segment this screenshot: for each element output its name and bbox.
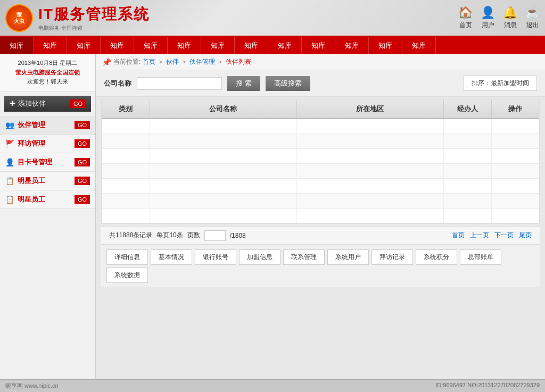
advanced-search-button[interactable]: 高级搜索 [266, 76, 310, 91]
system-subtitle: 电脑服务 全国连锁 [38, 24, 150, 32]
tab-basic[interactable]: 基本情况 [151, 249, 192, 265]
table-row [102, 148, 539, 163]
top-nav-item-12[interactable]: 知库 [402, 37, 436, 54]
partner-go-btn[interactable]: GO [75, 121, 90, 129]
sidebar-item-visit-mgmt[interactable]: 🚩 拜访管理 GO [0, 135, 95, 153]
breadcrumb-home[interactable]: 首页 [143, 57, 155, 66]
partner-icon: 👥 [5, 121, 14, 129]
card-go-btn[interactable]: GO [75, 158, 90, 166]
top-nav-item-2[interactable]: 知库 [67, 37, 101, 54]
page-input[interactable] [204, 230, 226, 241]
page-prev[interactable]: 上一页 [470, 231, 489, 240]
date-line: 2013年10月8日 星期二 [5, 59, 90, 68]
welcome-line: 欢迎您！郭天来 [5, 77, 90, 87]
sidebar-item-partner-mgmt[interactable]: 👥 伙伴管理 GO [0, 116, 95, 135]
total-pages: /1808 [230, 232, 246, 239]
main-layout: 2013年10月8日 星期二 萤火虫电脑服务全国连锁 欢迎您！郭天来 ✚ 添加伙… [0, 54, 545, 392]
top-nav-item-7[interactable]: 知库 [235, 37, 268, 54]
card-icon: 👤 [5, 158, 14, 166]
page-label: 页数 [187, 231, 200, 240]
partner-table: 类别 公司名称 所在地区 经办人 操作 [102, 100, 539, 223]
tab-detail[interactable]: 详细信息 [106, 249, 148, 265]
logout-icon: ☕ [525, 6, 540, 20]
search-button[interactable]: 搜 索 [227, 76, 260, 91]
top-nav-item-10[interactable]: 知库 [335, 37, 369, 54]
table-row [102, 193, 539, 208]
system-title-area: IT服务管理系统 电脑服务 全国连锁 [38, 4, 150, 32]
col-category: 类别 [102, 100, 150, 119]
tab-score[interactable]: 系统积分 [416, 249, 457, 265]
tab-contact[interactable]: 联系管理 [283, 249, 325, 265]
breadcrumb-partner[interactable]: 伙伴 [166, 57, 179, 66]
logo-icon: 萤火虫 [5, 4, 33, 32]
star2-go-btn[interactable]: GO [75, 195, 90, 204]
sidebar-date: 2013年10月8日 星期二 萤火虫电脑服务全国连锁 欢迎您！郭天来 [0, 54, 95, 91]
top-nav-item-5[interactable]: 知库 [168, 37, 201, 54]
star-employee-2-label: 明星员工 [18, 195, 45, 204]
star1-go-btn[interactable]: GO [75, 177, 90, 185]
visit-mgmt-label: 拜访管理 [18, 139, 45, 148]
header: 萤火虫 IT服务管理系统 电脑服务 全国连锁 🏠 首页 👤 用户 🔔 消息 ☕ … [0, 0, 545, 37]
page-next[interactable]: 下一页 [494, 231, 514, 240]
tab-join[interactable]: 加盟信息 [239, 249, 280, 265]
top-nav-item-9[interactable]: 知库 [302, 37, 335, 54]
top-nav-item-1[interactable]: 知库 [34, 37, 67, 54]
visit-icon: 🚩 [5, 139, 14, 148]
top-nav-item-6[interactable]: 知库 [201, 37, 235, 54]
table-row [102, 119, 539, 134]
top-nav-item-8[interactable]: 知库 [268, 37, 302, 54]
tab-data[interactable]: 系统数据 [106, 268, 148, 283]
tab-visit[interactable]: 拜访记录 [371, 249, 413, 265]
breadcrumb-partner-mgmt[interactable]: 伙伴管理 [189, 57, 215, 66]
col-company: 公司名称 [150, 100, 296, 119]
footer: 昵享网 www.nipic.cn ID:9696497 NO:201312270… [0, 379, 545, 392]
breadcrumb-prefix: 当前位置: [113, 57, 141, 66]
breadcrumb-current: 伙伴列表 [226, 57, 251, 66]
table-row [102, 134, 539, 148]
nav-user[interactable]: 👤 用户 [481, 6, 495, 30]
top-nav-item-11[interactable]: 知库 [369, 37, 402, 54]
sidebar: 2013年10月8日 星期二 萤火虫电脑服务全国连锁 欢迎您！郭天来 ✚ 添加伙… [0, 54, 96, 392]
partner-mgmt-label: 伙伴管理 [18, 120, 45, 130]
tab-sysuser[interactable]: 系统用户 [327, 249, 369, 265]
company-line: 萤火虫电脑服务全国连锁 [5, 68, 90, 78]
visit-go-btn[interactable]: GO [75, 139, 90, 148]
per-page: 每页10条 [156, 231, 183, 240]
add-go-btn[interactable]: GO [70, 99, 86, 108]
table-row [102, 163, 539, 178]
top-nav-item-3[interactable]: 知库 [101, 37, 134, 54]
add-btn-label: 添加伙伴 [18, 99, 46, 109]
col-region: 所在地区 [296, 100, 443, 119]
plus-icon: ✚ [10, 99, 15, 107]
card-mgmt-label: 目卡号管理 [18, 157, 52, 167]
watermark: 昵享网 www.nipic.cn [5, 382, 59, 390]
data-table-container: 类别 公司名称 所在地区 经办人 操作 [101, 99, 540, 224]
add-partner-button[interactable]: ✚ 添加伙伴 GO [4, 96, 91, 112]
page-first[interactable]: 首页 [452, 231, 465, 240]
star-employee-1-label: 明星员工 [18, 176, 45, 186]
search-input[interactable] [137, 77, 222, 90]
top-nav-item-0[interactable]: 知库 [0, 37, 34, 54]
nav-home[interactable]: 🏠 首页 [458, 6, 473, 30]
sidebar-item-card-mgmt[interactable]: 👤 目卡号管理 GO [0, 153, 95, 172]
sort-button[interactable]: 排序：最新加盟时间 [464, 76, 537, 91]
top-nav-item-4[interactable]: 知库 [134, 37, 168, 54]
table-row [102, 208, 539, 223]
search-bar: 公司名称 搜 索 高级搜索 排序：最新加盟时间 [96, 70, 545, 97]
sidebar-item-star-employee-1[interactable]: 📋 明星员工 GO [0, 172, 95, 190]
page-last[interactable]: 尾页 [519, 231, 532, 240]
breadcrumb-icon: 📌 [102, 58, 111, 66]
total-records: 共11888条记录 [109, 231, 152, 240]
logo-area: 萤火虫 IT服务管理系统 电脑服务 全国连锁 [5, 4, 150, 32]
user-icon: 👤 [481, 6, 495, 20]
id-info: ID:9696497 NO:2013122702082729329 [435, 382, 540, 390]
table-row [102, 178, 539, 193]
star-icon-1: 📋 [5, 177, 14, 185]
sidebar-item-star-employee-2[interactable]: 📋 明星员工 GO [0, 190, 95, 209]
tab-bill[interactable]: 总部账单 [460, 249, 501, 265]
content-area: 📌 当前位置: 首页 ＞ 伙伴 ＞ 伙伴管理 ＞ 伙伴列表 公司名称 搜 索 高… [96, 54, 545, 392]
pagination-right: 首页 上一页 下一页 尾页 [452, 231, 532, 240]
tab-bank[interactable]: 银行账号 [195, 249, 236, 265]
nav-message[interactable]: 🔔 消息 [503, 6, 517, 30]
nav-logout[interactable]: ☕ 退出 [525, 6, 540, 30]
